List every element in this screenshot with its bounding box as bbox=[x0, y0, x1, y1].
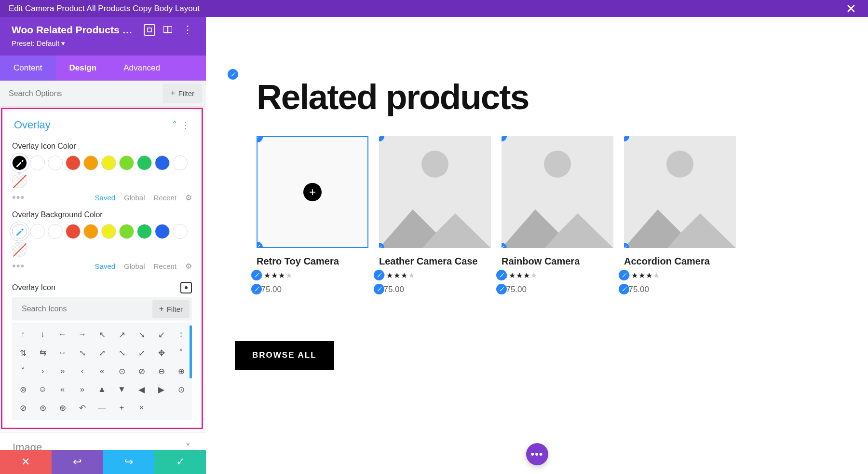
icon-option[interactable]: ↑ bbox=[13, 325, 33, 344]
icon-option[interactable]: » bbox=[53, 362, 72, 380]
icon-option[interactable]: ▲ bbox=[92, 380, 112, 399]
color-picker-swatch[interactable] bbox=[12, 224, 27, 239]
icon-option[interactable]: ↙ bbox=[151, 325, 171, 344]
edit-module-icon[interactable] bbox=[228, 69, 238, 80]
icon-filter-button[interactable]: +Filter bbox=[152, 300, 190, 318]
icon-option[interactable]: ✥ bbox=[151, 344, 171, 362]
edit-handle-icon[interactable] bbox=[374, 270, 384, 280]
color-swatch[interactable] bbox=[119, 224, 134, 239]
color-swatch[interactable] bbox=[137, 155, 152, 170]
tab-advanced[interactable]: Advanced bbox=[110, 56, 206, 81]
icon-option[interactable]: ― bbox=[92, 399, 112, 417]
product-card[interactable]: +Retro Toy Camera★★★★★£75.00 bbox=[257, 136, 368, 294]
save-button[interactable]: ✓ bbox=[154, 450, 206, 474]
tab-design[interactable]: Design bbox=[56, 56, 110, 81]
icon-option[interactable]: ˄ bbox=[171, 344, 191, 362]
icon-option[interactable]: ⊘ bbox=[13, 399, 33, 417]
icon-option[interactable]: ⊙ bbox=[112, 362, 132, 380]
search-options-input[interactable] bbox=[0, 82, 159, 105]
icon-option[interactable]: + bbox=[112, 399, 132, 417]
reset-icon[interactable] bbox=[180, 282, 192, 293]
edit-handle-icon[interactable] bbox=[251, 270, 262, 280]
edit-handle-icon[interactable] bbox=[619, 270, 629, 280]
icon-option[interactable]: « bbox=[92, 362, 112, 380]
browse-all-button[interactable]: BROWSE ALL bbox=[235, 341, 334, 370]
palette-global[interactable]: Global bbox=[124, 194, 145, 202]
color-swatch[interactable] bbox=[30, 224, 45, 239]
palette-settings-icon[interactable]: ⚙ bbox=[185, 262, 192, 271]
undo-button[interactable]: ↩ bbox=[52, 450, 103, 474]
color-picker-swatch[interactable] bbox=[12, 155, 27, 170]
icon-option[interactable]: ↗ bbox=[112, 325, 132, 344]
add-overlay-icon[interactable]: + bbox=[303, 183, 322, 201]
collapse-icon[interactable]: ˄ bbox=[169, 119, 180, 131]
color-swatch[interactable] bbox=[66, 155, 81, 170]
palette-saved[interactable]: Saved bbox=[95, 194, 116, 202]
search-icons-input[interactable] bbox=[12, 298, 150, 320]
color-swatch[interactable] bbox=[173, 224, 188, 239]
palette-saved[interactable]: Saved bbox=[95, 262, 116, 270]
icon-option[interactable]: ⤢ bbox=[92, 344, 112, 362]
edit-handle-icon[interactable] bbox=[257, 136, 263, 142]
icon-grid-scrollbar[interactable] bbox=[190, 325, 192, 378]
palette-global[interactable]: Global bbox=[124, 262, 145, 270]
icon-option[interactable]: ˅ bbox=[13, 362, 33, 380]
filter-button[interactable]: +Filter bbox=[163, 84, 202, 103]
more-menu-icon[interactable]: ⋮ bbox=[180, 24, 194, 36]
product-card[interactable]: Accordion Camera★★★★★£75.00 bbox=[624, 136, 736, 294]
icon-option[interactable]: ◀ bbox=[132, 380, 151, 399]
more-colors-icon[interactable]: ••• bbox=[12, 260, 25, 272]
color-swatch[interactable] bbox=[83, 224, 98, 239]
edit-handle-icon[interactable] bbox=[496, 284, 507, 294]
palette-recent[interactable]: Recent bbox=[153, 194, 176, 202]
color-swatch[interactable] bbox=[83, 155, 98, 170]
icon-option[interactable]: ⊛ bbox=[53, 399, 72, 417]
product-card[interactable]: Leather Camera Case★★★★★£75.00 bbox=[379, 136, 491, 294]
icon-option[interactable]: ▶ bbox=[151, 380, 171, 399]
more-colors-icon[interactable]: ••• bbox=[12, 191, 25, 204]
icon-option[interactable]: ⊘ bbox=[132, 362, 151, 380]
color-swatch[interactable] bbox=[101, 155, 116, 170]
icon-option[interactable]: ⤡ bbox=[72, 344, 92, 362]
color-swatch[interactable] bbox=[155, 224, 170, 239]
palette-settings-icon[interactable]: ⚙ bbox=[185, 193, 192, 202]
color-swatch[interactable] bbox=[119, 155, 134, 170]
icon-option[interactable]: ↕ bbox=[171, 325, 191, 344]
icon-option[interactable]: ↔ bbox=[53, 344, 72, 362]
color-swatch[interactable] bbox=[155, 155, 170, 170]
icon-option[interactable]: ⊚ bbox=[33, 399, 53, 417]
icon-option[interactable]: ⊖ bbox=[151, 362, 171, 380]
icon-option[interactable]: ↶ bbox=[72, 399, 92, 417]
discard-button[interactable]: ✕ bbox=[0, 450, 52, 474]
palette-recent[interactable]: Recent bbox=[153, 262, 176, 270]
transparent-swatch[interactable] bbox=[12, 173, 27, 188]
color-swatch[interactable] bbox=[66, 224, 81, 239]
color-swatch[interactable] bbox=[173, 155, 188, 170]
edit-handle-icon[interactable] bbox=[619, 284, 629, 294]
icon-option[interactable]: ⊚ bbox=[13, 380, 33, 399]
responsive-icon[interactable] bbox=[162, 24, 174, 36]
color-swatch[interactable] bbox=[48, 155, 63, 170]
icon-option[interactable]: ⇅ bbox=[13, 344, 33, 362]
icon-option[interactable]: → bbox=[72, 325, 92, 344]
transparent-swatch[interactable] bbox=[12, 242, 27, 257]
icon-option[interactable]: ☺ bbox=[33, 380, 53, 399]
edit-handle-icon[interactable] bbox=[251, 284, 262, 294]
edit-handle-icon[interactable] bbox=[257, 242, 263, 248]
icon-option[interactable]: « bbox=[53, 380, 72, 399]
icon-option[interactable]: ▼ bbox=[112, 380, 132, 399]
icon-option[interactable]: ⊙ bbox=[171, 380, 191, 399]
icon-option[interactable]: ⤡ bbox=[112, 344, 132, 362]
icon-option[interactable]: ⇆ bbox=[33, 344, 53, 362]
icon-option[interactable]: ‹ bbox=[72, 362, 92, 380]
icon-option[interactable]: ↖ bbox=[92, 325, 112, 344]
page-settings-fab[interactable]: ••• bbox=[526, 443, 548, 465]
icon-option[interactable]: × bbox=[132, 399, 151, 417]
icon-option[interactable]: › bbox=[33, 362, 53, 380]
color-swatch[interactable] bbox=[48, 224, 63, 239]
icon-option[interactable]: » bbox=[72, 380, 92, 399]
icon-option[interactable]: ⤢ bbox=[132, 344, 151, 362]
preset-selector[interactable]: Preset: Default ▾ bbox=[12, 39, 194, 48]
color-swatch[interactable] bbox=[30, 155, 45, 170]
icon-option[interactable]: ↓ bbox=[33, 325, 53, 344]
